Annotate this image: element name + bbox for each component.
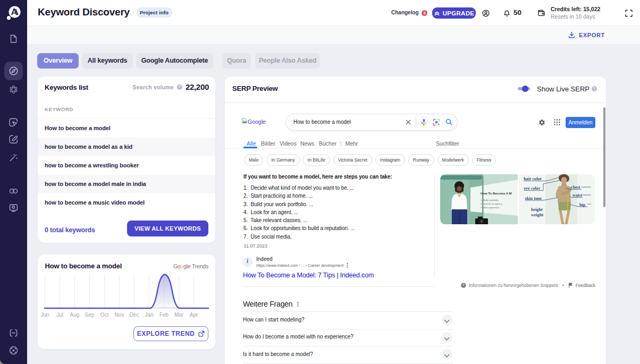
svg-text:height: height — [531, 207, 543, 212]
svg-text:?: ? — [593, 87, 595, 90]
svg-text:How To Become A M: How To Become A M — [481, 192, 511, 195]
svg-text:eye color: eye color — [524, 186, 541, 191]
svg-text:3. Gain experience: 3. Gain experience — [481, 206, 500, 209]
svg-text:hip: hip — [579, 202, 586, 207]
svg-text:?: ? — [179, 85, 181, 89]
svg-text:1. Build a portfolio: 1. Build a portfolio — [481, 199, 499, 201]
svg-text:chest: chest — [571, 185, 580, 190]
svg-text:weight: weight — [531, 212, 543, 217]
svg-text:skin tone: skin tone — [525, 196, 542, 200]
svg-text:hair color: hair color — [524, 176, 542, 181]
svg-text:2. Look for an agency: 2. Look for an agency — [481, 202, 502, 205]
svg-text:?: ? — [462, 283, 465, 287]
svg-text:waist: waist — [572, 193, 582, 198]
